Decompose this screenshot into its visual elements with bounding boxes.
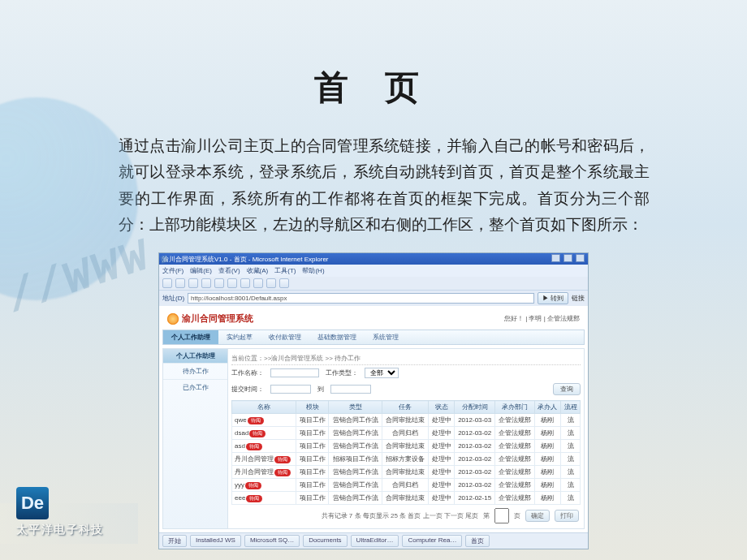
refresh-button[interactable] [201,278,211,288]
table-header-cell: 承办人 [534,401,560,414]
sidenav-item[interactable]: 待办工作 [163,363,227,379]
name-cell[interactable]: asd待阅 [232,440,296,453]
table-cell: 流 [561,492,581,505]
name-cell[interactable]: yyy待阅 [232,479,296,492]
table-cell: 合同归档 [382,479,428,492]
stop-button[interactable] [188,278,198,288]
table-cell: 杨刚 [534,440,560,453]
table-row[interactable]: 丹川合同管理待阅项目工作营销合同工作流合同审批结束处理中2012-03-02企管… [232,466,581,479]
work-area: 当前位置：>>渝川合同管理系统 >> 待办工作 工作名称： 工作类型： 全部 提… [228,349,584,528]
table-header-cell: 名称 [232,401,296,414]
table-row[interactable]: yyy待阅项目工作营销合同工作流合同归档处理中2012-03-02企管法规部杨刚… [232,479,581,492]
sidenav-item[interactable]: 已办工作 [163,379,227,395]
ie-menu-item[interactable]: 工具(T) [274,266,296,275]
pager-print-button[interactable]: 打印 [555,510,579,522]
mail-button[interactable] [266,278,276,288]
pager-text: 共有记录 7 条 每页显示 25 条 首页 上一页 下一页 尾页 [322,511,478,520]
name-cell[interactable]: 丹川合同管理待阅 [232,453,296,466]
filter-time-label: 提交时间： [231,385,264,394]
name-cell[interactable]: dsad待阅 [232,427,296,440]
ie-address-bar: 地址(D) http://localhost:8001/Default.aspx… [159,290,588,306]
ie-toolbar[interactable] [159,277,588,290]
taskbar-item[interactable]: 首页 [465,535,490,547]
ie-menu-item[interactable]: 帮助(H) [302,266,324,275]
brand-text: 太平洋电子科技 [16,523,104,537]
side-nav[interactable]: 个人工作助理 待办工作已办工作 [163,349,228,528]
taskbar-item[interactable]: UltraEditor… [351,535,399,547]
name-cell[interactable]: 丹川合同管理待阅 [232,466,296,479]
ie-menu-item[interactable]: 编辑(E) [190,266,212,275]
name-cell[interactable]: qwe待阅 [232,414,296,427]
table-cell: 2012-03-02 [455,466,495,479]
table-cell: 处理中 [429,427,455,440]
module-tab[interactable]: 系统管理 [365,330,407,344]
maximize-button[interactable] [563,254,572,262]
table-cell: 项目工作 [296,414,329,427]
filter-name-label: 工作名称： [231,368,264,377]
favorites-button[interactable] [240,278,250,288]
back-button[interactable] [162,278,172,288]
table-row[interactable]: 丹川合同管理待阅项目工作招标项目工作流招标方案设备处理中2012-03-02企管… [232,453,581,466]
to-separator: 到 [317,385,324,394]
ie-menu-item[interactable]: 收藏(A) [247,266,269,275]
close-button[interactable] [576,254,585,262]
table-row[interactable]: dsad待阅项目工作营销合同工作流合同归档处理中2012-03-02企管法规部杨… [232,427,581,440]
taskbar-item[interactable]: Microsoft SQ… [244,535,300,547]
module-tab[interactable]: 收付款管理 [261,330,309,344]
module-tab[interactable]: 个人工作助理 [163,330,218,344]
table-cell: 项目工作 [296,479,329,492]
table-cell: 企管法规部 [495,414,535,427]
table-cell: 营销合同工作流 [329,427,382,440]
taskbar-item[interactable]: Computer Rea… [402,535,462,547]
table-cell: 招标方案设备 [382,453,428,466]
filter-time-to[interactable] [330,385,371,394]
table-cell: 杨刚 [534,479,560,492]
print-button[interactable] [279,278,289,288]
go-button[interactable]: ▶ 转到 [538,292,568,304]
window-controls[interactable] [550,254,585,264]
ie-menu-item[interactable]: 文件(F) [162,266,184,275]
search-button[interactable] [227,278,237,288]
user-info: 您好！ | 李明 | 企管法规部 [504,314,580,323]
table-cell: 营销合同工作流 [329,414,382,427]
history-button[interactable] [253,278,263,288]
logo-icon [167,313,179,325]
table-cell: 合同审批结束 [382,414,428,427]
pager-ok-button[interactable]: 确定 [525,510,550,522]
table-cell: 2012-03-02 [455,427,495,440]
taskbar-item[interactable]: InstalledJ WS [190,535,241,547]
sidenav-header: 个人工作助理 [163,349,227,363]
table-cell: 杨刚 [534,492,560,505]
pager-page-input[interactable] [494,508,509,523]
search-button[interactable]: 查询 [553,383,581,395]
page-suffix: 页 [514,511,520,520]
address-input[interactable]: http://localhost:8001/Default.aspx [188,293,534,304]
table-row[interactable]: asd待阅项目工作营销合同工作流合同审批结束处理中2012-03-02企管法规部… [232,440,581,453]
taskbar-item[interactable]: Documents [303,535,347,547]
table-cell: 营销合同工作流 [329,440,382,453]
table-cell: 合同审批结束 [382,466,428,479]
filter-time-from[interactable] [270,385,311,394]
ie-menu-item[interactable]: 查看(V) [218,266,240,275]
minimize-button[interactable] [551,254,560,262]
table-cell: 杨刚 [534,453,560,466]
content-area: 个人工作助理 待办工作已办工作 当前位置：>>渝川合同管理系统 >> 待办工作 … [162,348,585,529]
forward-button[interactable] [175,278,185,288]
table-cell: 2012-03-03 [455,414,495,427]
module-tab[interactable]: 实约起草 [218,330,261,344]
filter-type-select[interactable]: 全部 [365,368,399,378]
module-tab[interactable]: 基础数据管理 [309,330,365,344]
os-taskbar[interactable]: 开始InstalledJ WSMicrosoft SQ…DocumentsUlt… [159,532,588,549]
ie-menubar[interactable]: 文件(F)编辑(E)查看(V)收藏(A)工具(T)帮助(H) [159,265,588,277]
start-button[interactable]: 开始 [162,535,187,547]
links-label: 链接 [572,294,585,303]
name-cell[interactable]: eee待阅 [232,492,296,505]
home-button[interactable] [214,278,224,288]
table-row[interactable]: eee待阅项目工作营销合同工作流合同审批结束处理中2012-02-15企管法规部… [232,492,581,505]
module-tabbar[interactable]: 个人工作助理实约起草收付款管理基础数据管理系统管理 [162,330,585,345]
filter-name-input[interactable] [270,368,319,377]
table-header-cell: 任务 [382,401,428,414]
table-cell: 流 [561,414,581,427]
table-cell: 企管法规部 [495,492,535,505]
table-row[interactable]: qwe待阅项目工作营销合同工作流合同审批结束处理中2012-03-03企管法规部… [232,414,581,427]
